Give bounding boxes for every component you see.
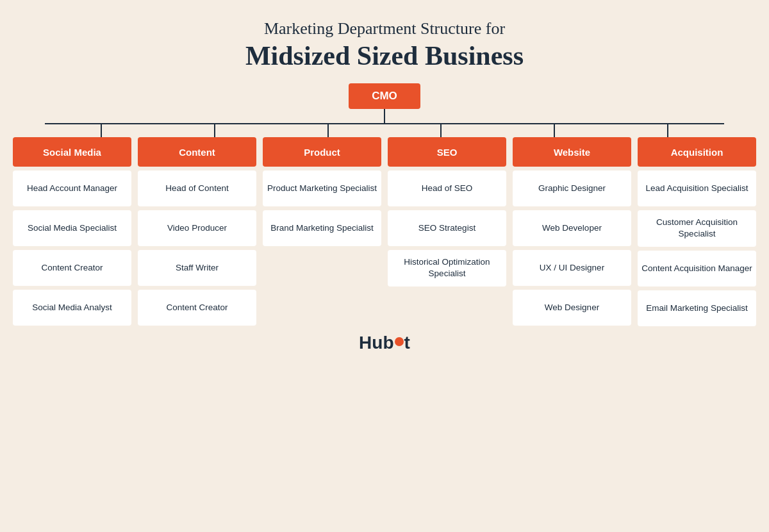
- logo-hub: Hub: [359, 333, 393, 353]
- column-5: AcquisitionLead Acquisition SpecialistCu…: [638, 137, 756, 326]
- cmo-section: CMO: [349, 83, 420, 109]
- vertical-line-top: [384, 109, 385, 123]
- page-wrapper: Marketing Department Structure for Midsi…: [0, 0, 769, 532]
- role-box-2-1: Brand Marketing Specialist: [263, 210, 381, 246]
- role-box-2-0: Product Marketing Specialist: [263, 170, 381, 206]
- logo-spot: t: [404, 333, 410, 353]
- title-top: Marketing Department Structure for: [245, 18, 524, 40]
- role-box-3-0: Head of SEO: [388, 170, 506, 206]
- vert-line-col1: [101, 124, 102, 137]
- columns-section: Social MediaHead Account ManagerSocial M…: [13, 137, 756, 326]
- role-box-1-0: Head of Content: [138, 170, 256, 206]
- column-2: ProductProduct Marketing SpecialistBrand…: [263, 137, 381, 326]
- role-box-0-1: Social Media Specialist: [13, 210, 131, 246]
- role-box-5-0: Lead Acquisition Specialist: [638, 170, 756, 206]
- column-3: SEOHead of SEOSEO StrategistHistorical O…: [388, 137, 506, 326]
- hubspot-logo: Hubt: [359, 333, 410, 353]
- vert-line-col2: [214, 124, 215, 137]
- cmo-box: CMO: [349, 83, 420, 109]
- col-header-3: SEO: [388, 137, 506, 167]
- vertical-lines-row: [45, 124, 724, 137]
- role-box-5-2: Content Acquisition Manager: [638, 251, 756, 287]
- role-box-5-3: Email Marketing Specialist: [638, 290, 756, 326]
- column-4: WebsiteGraphic DesignerWeb DeveloperUX /…: [513, 137, 631, 326]
- role-box-4-0: Graphic Designer: [513, 170, 631, 206]
- col-header-2: Product: [263, 137, 381, 167]
- vert-line-col6: [667, 124, 668, 137]
- role-box-4-1: Web Developer: [513, 210, 631, 246]
- col-header-4: Website: [513, 137, 631, 167]
- vert-line-col4: [440, 124, 442, 137]
- role-box-3-2: Historical Optimization Specialist: [388, 250, 506, 286]
- col-header-0: Social Media: [13, 137, 131, 167]
- title-bottom: Midsized Sized Business: [245, 40, 524, 72]
- role-box-0-2: Content Creator: [13, 250, 131, 286]
- role-box-2-3: [263, 290, 381, 326]
- role-box-2-2: [263, 250, 381, 286]
- role-box-3-1: SEO Strategist: [388, 210, 506, 246]
- role-box-5-1: Customer Acquisition Specialist: [638, 210, 756, 246]
- role-box-4-3: Web Designer: [513, 290, 631, 326]
- role-box-4-2: UX / UI Designer: [513, 250, 631, 286]
- role-box-0-3: Social Media Analyst: [13, 290, 131, 326]
- title-section: Marketing Department Structure for Midsi…: [245, 18, 524, 72]
- col-header-5: Acquisition: [638, 137, 756, 167]
- hubspot-dot-icon: [395, 337, 404, 346]
- column-1: ContentHead of ContentVideo ProducerStaf…: [138, 137, 256, 326]
- connector-block: [13, 109, 756, 137]
- role-box-1-2: Staff Writer: [138, 250, 256, 286]
- horizontal-line: [45, 123, 724, 124]
- role-box-0-0: Head Account Manager: [13, 170, 131, 206]
- role-box-3-3: [388, 290, 506, 326]
- col-header-1: Content: [138, 137, 256, 167]
- vert-line-col3: [327, 124, 329, 137]
- column-0: Social MediaHead Account ManagerSocial M…: [13, 137, 131, 326]
- role-box-1-1: Video Producer: [138, 210, 256, 246]
- role-box-1-3: Content Creator: [138, 290, 256, 326]
- vert-line-col5: [554, 124, 555, 137]
